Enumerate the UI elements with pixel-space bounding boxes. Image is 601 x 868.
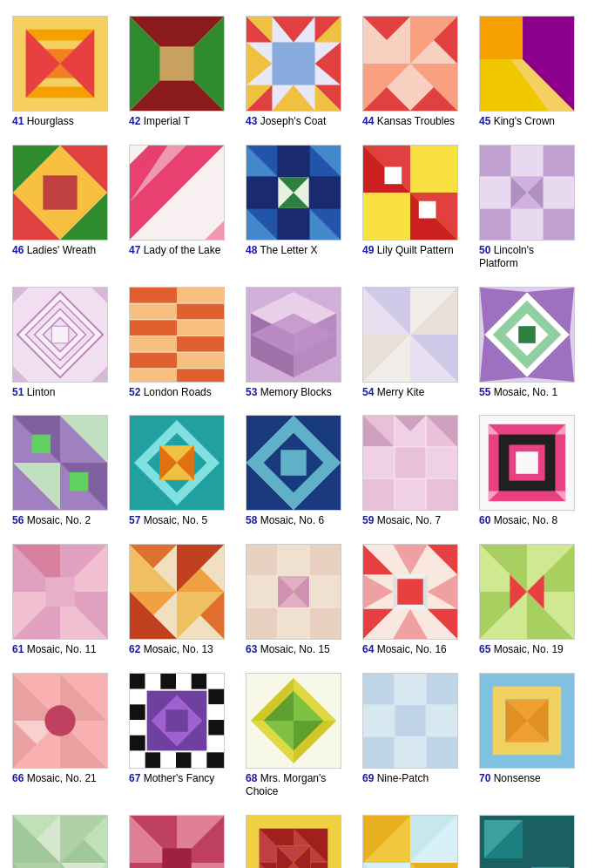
svg-rect-80	[544, 146, 574, 176]
list-item: 43 Joseph's Coat	[246, 16, 355, 129]
svg-rect-290	[395, 705, 425, 736]
list-item: 46 Ladies' Wreath	[12, 145, 122, 271]
svg-rect-253	[145, 674, 161, 689]
svg-rect-257	[206, 674, 224, 689]
svg-rect-165	[395, 448, 425, 478]
list-item: 41 Hourglass	[12, 16, 122, 129]
list-item: 49 Lily Quilt Pattern	[362, 145, 472, 271]
svg-rect-289	[363, 705, 394, 736]
svg-rect-82	[544, 208, 574, 239]
svg-rect-59	[310, 177, 341, 207]
svg-rect-45	[43, 175, 77, 209]
list-item: 72 Odd Fellows	[129, 815, 239, 868]
svg-rect-270	[208, 720, 224, 736]
list-item: 45 King's Crown	[479, 16, 589, 129]
list-item: 64 Mosaic, No. 16	[362, 544, 472, 657]
svg-rect-130	[518, 326, 536, 343]
svg-rect-77	[419, 200, 436, 218]
list-item: 56 Mosaic, No. 2	[12, 415, 122, 528]
svg-rect-13	[272, 42, 314, 85]
svg-rect-294	[427, 736, 457, 767]
svg-rect-167	[363, 479, 394, 510]
svg-rect-258	[130, 752, 145, 768]
svg-rect-55	[278, 146, 308, 176]
svg-rect-159	[280, 451, 306, 476]
svg-rect-204	[278, 545, 308, 575]
svg-rect-211	[310, 608, 341, 639]
svg-rect-252	[130, 674, 145, 689]
list-item: 55 Mosaic, No. 1	[479, 287, 589, 400]
svg-rect-274	[165, 709, 188, 732]
svg-rect-260	[160, 752, 176, 768]
svg-rect-263	[206, 752, 224, 768]
list-item: 51 Linton	[12, 287, 122, 400]
list-item: 52 London Roads	[129, 287, 239, 400]
svg-rect-205	[310, 545, 341, 575]
svg-rect-338	[363, 863, 410, 868]
svg-rect-264	[130, 688, 145, 704]
svg-rect-271	[208, 735, 224, 750]
svg-rect-169	[427, 479, 457, 510]
svg-rect-287	[395, 674, 425, 704]
svg-rect-99	[130, 288, 177, 303]
list-item: 69 Nine-Patch	[362, 673, 472, 799]
svg-rect-57	[246, 177, 277, 207]
svg-rect-177	[516, 452, 538, 475]
list-item: 68 Mrs. Morgan's Choice	[246, 673, 355, 799]
svg-rect-206	[246, 576, 277, 607]
svg-rect-210	[278, 608, 308, 639]
svg-rect-61	[278, 208, 308, 239]
svg-rect-266	[130, 720, 145, 736]
svg-rect-93	[51, 326, 69, 343]
svg-marker-341	[410, 863, 457, 868]
svg-rect-168	[395, 479, 425, 510]
svg-rect-142	[32, 435, 51, 454]
list-item: 42 Imperial T	[129, 16, 239, 129]
svg-rect-143	[70, 472, 89, 492]
svg-rect-286	[363, 674, 394, 704]
list-item: 61 Mosaic, No. 11	[12, 544, 122, 657]
svg-rect-259	[145, 752, 161, 768]
svg-rect-102	[130, 336, 177, 352]
svg-rect-323	[162, 848, 191, 868]
svg-rect-267	[130, 735, 145, 750]
list-item: 53 Memory Blocks	[246, 287, 355, 400]
list-item: 54 Merry Kite	[362, 287, 472, 400]
list-item: 62 Mosaic, No. 13	[129, 544, 239, 657]
svg-rect-229	[397, 579, 422, 604]
svg-rect-293	[395, 736, 425, 767]
svg-rect-101	[130, 320, 177, 336]
list-item: 67 Mother's Fancy	[129, 673, 239, 799]
list-item: 66 Mosaic, No. 21	[12, 673, 122, 799]
list-item: 71 Nonsuch	[12, 815, 122, 868]
svg-rect-268	[208, 688, 224, 704]
svg-rect-292	[363, 736, 394, 767]
list-item: 74 Odds and Ends	[362, 815, 472, 868]
svg-rect-261	[176, 752, 192, 768]
list-item: 48 The Letter X	[246, 145, 355, 271]
svg-rect-288	[427, 674, 457, 704]
list-item: 75 Odd Scraps Patchwork	[479, 815, 589, 868]
svg-rect-256	[192, 674, 207, 689]
svg-rect-106	[177, 303, 224, 319]
list-item: 63 Mosaic, No. 15	[246, 544, 355, 657]
svg-rect-265	[130, 704, 145, 720]
svg-rect-104	[130, 369, 177, 383]
list-item: 58 Mosaic, No. 6	[246, 415, 355, 528]
svg-rect-254	[160, 674, 176, 689]
svg-rect-192	[45, 577, 74, 606]
svg-rect-11	[159, 46, 193, 80]
svg-rect-164	[363, 448, 394, 478]
list-item: 60 Mosaic, No. 8	[479, 415, 589, 528]
svg-rect-100	[130, 303, 177, 319]
svg-rect-291	[427, 705, 457, 736]
svg-rect-166	[427, 448, 457, 478]
svg-rect-79	[480, 146, 510, 176]
list-item: 44 Kansas Troubles	[362, 16, 472, 129]
list-item: 50 Lincoln's Platform	[479, 145, 589, 271]
svg-rect-110	[177, 369, 224, 383]
svg-rect-38	[480, 17, 523, 59]
svg-rect-209	[246, 608, 277, 639]
svg-point-250	[44, 705, 75, 736]
svg-rect-262	[192, 752, 207, 768]
